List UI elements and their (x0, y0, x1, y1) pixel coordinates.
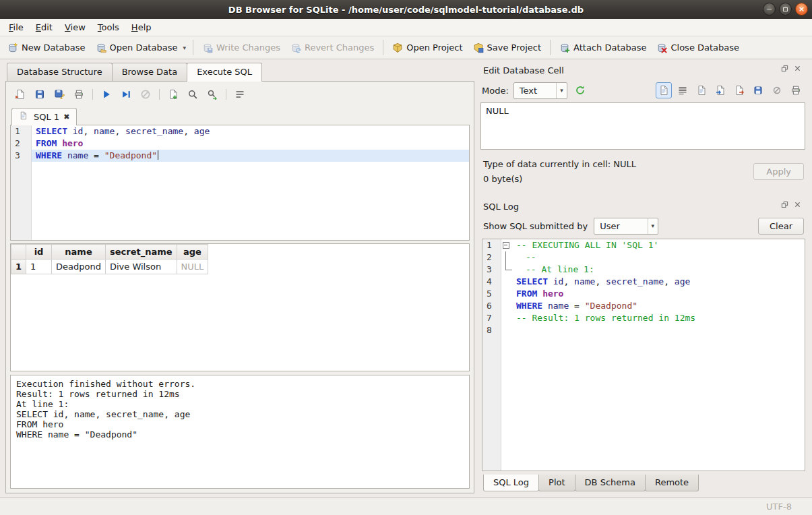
find-button[interactable] (184, 86, 201, 103)
null-icon (772, 85, 782, 96)
bottom-tab-remote[interactable]: Remote (645, 475, 699, 491)
bottom-tab-plot[interactable]: Plot (538, 475, 575, 491)
fold-marker (501, 239, 512, 251)
open-project-button[interactable]: Open Project (388, 40, 466, 55)
line-number: 5 (482, 288, 501, 300)
fold-space (501, 300, 512, 312)
log-filter-label: Show SQL submitted by (483, 221, 588, 231)
code-line: 2FROM hero (11, 138, 469, 150)
column-header-secret-name[interactable]: secret_name (105, 245, 177, 260)
sql-tab-close-icon[interactable]: ✖ (63, 113, 69, 121)
clear-log-button[interactable]: Clear (758, 218, 804, 235)
apply-button[interactable]: Apply (753, 163, 804, 180)
fold-marker (501, 264, 522, 276)
print-cell-button[interactable] (788, 82, 804, 98)
cell-type-info: Type of data currently in cell: NULL (483, 159, 753, 169)
execute-all-button[interactable] (98, 86, 115, 103)
cell[interactable]: NULL (177, 260, 208, 274)
column-header-age[interactable]: age (177, 245, 208, 260)
bottom-tab-sql-log[interactable]: SQL Log (483, 475, 539, 491)
revert-changes-button: Revert Changes (286, 40, 378, 55)
code-line: 3WHERE name = "Deadpond" (11, 150, 469, 162)
code-line: 1SELECT id, name, secret_name, age (11, 125, 469, 138)
code-text: SELECT id, name, secret_name, age (32, 125, 469, 138)
row-number[interactable]: 1 (11, 260, 26, 274)
save-sql-file-button[interactable] (31, 86, 49, 103)
log-filter-select[interactable]: User ▾ (594, 218, 658, 235)
doc-import-icon (715, 85, 726, 96)
sql-log-code[interactable]: 1-- EXECUTING ALL IN 'SQL 1'2--3-- At li… (482, 239, 805, 471)
menu-edit[interactable]: Edit (30, 19, 59, 36)
execute-sql-panel: SQL 1 ✖ 1SELECT id, name, secret_name, a… (5, 81, 474, 493)
line-number: 7 (482, 312, 501, 324)
sql-tab[interactable]: SQL 1 ✖ (11, 108, 77, 125)
close-panel-button[interactable] (794, 202, 804, 211)
close-database-button[interactable]: Close Database (652, 40, 743, 55)
import-data-button[interactable] (712, 82, 728, 98)
maximize-button[interactable] (779, 3, 792, 16)
print-sql-button[interactable] (70, 86, 88, 103)
column-header-id[interactable]: id (26, 245, 52, 260)
undock-button[interactable] (782, 65, 791, 75)
bottom-tab-db-schema[interactable]: DB Schema (575, 475, 646, 491)
line-number: 3 (11, 150, 32, 162)
copy-cell-button[interactable] (693, 82, 710, 98)
auto-mode-button[interactable] (572, 82, 588, 98)
execution-message: Execution finished without errors.Result… (10, 375, 470, 489)
menu-tools[interactable]: Tools (92, 19, 125, 36)
new-database-icon (7, 42, 18, 53)
find-replace-button[interactable] (204, 86, 221, 103)
tab-execute-sql[interactable]: Execute SQL (187, 63, 262, 82)
play-line-icon (121, 89, 131, 100)
mode-select[interactable]: Text ▾ (513, 82, 567, 99)
open-new-tab-button[interactable] (164, 86, 182, 103)
code-text: -- At line 1: (522, 264, 805, 276)
code-text: SELECT id, name, secret_name, age (512, 276, 805, 288)
export-data-button[interactable] (731, 82, 747, 98)
word-wrap-cell-button[interactable] (675, 82, 691, 98)
word-wrap-button[interactable] (231, 86, 249, 103)
open-sql-file-button[interactable] (11, 86, 29, 103)
code-line: 2-- (482, 251, 805, 264)
mode-label: Mode: (482, 86, 509, 96)
code-text: -- (522, 251, 805, 264)
code-line: 4SELECT id, name, secret_name, age (482, 276, 805, 288)
tab-browse-data[interactable]: Browse Data (112, 63, 188, 81)
cell[interactable]: 1 (26, 260, 52, 274)
undock-button[interactable] (782, 202, 791, 211)
cell-size-info: 0 byte(s) (483, 174, 753, 184)
play-icon (101, 89, 112, 100)
column-header-name[interactable]: name (52, 245, 106, 260)
new-database-button[interactable]: New Database (3, 40, 90, 55)
minimize-button[interactable]: − (763, 3, 776, 16)
close-panel-button[interactable] (794, 65, 804, 75)
save-cell-as-button[interactable] (750, 82, 766, 98)
open-database-button[interactable]: Open Database (92, 40, 182, 55)
results-area: idnamesecret_nameage11DeadpondDive Wilso… (10, 243, 470, 371)
cell[interactable]: Dive Wilson (105, 260, 177, 274)
menu-file[interactable]: File (3, 19, 30, 36)
file-save-as-icon (54, 89, 65, 100)
close-window-button[interactable]: × (795, 3, 808, 16)
open-database-dropdown-caret[interactable]: ▾ (181, 42, 188, 54)
stop-execution-button[interactable] (137, 86, 154, 103)
cell-editor[interactable]: NULL (480, 102, 805, 150)
file-save-icon (34, 89, 45, 100)
wrap-icon (235, 89, 245, 100)
attach-database-button[interactable]: Attach Database (555, 40, 650, 55)
save-project-button[interactable]: Save Project (469, 40, 546, 55)
status-bar: UTF-8 (0, 497, 812, 515)
tab-database-structure[interactable]: Database Structure (7, 63, 113, 81)
fold-space (501, 324, 512, 336)
cell[interactable]: Deadpond (52, 260, 106, 274)
set-null-button[interactable] (769, 82, 785, 98)
text-mode-button[interactable] (656, 82, 672, 98)
save-sql-file-as-button[interactable] (51, 86, 68, 103)
menu-view[interactable]: View (59, 19, 92, 36)
sql-editor[interactable]: 1SELECT id, name, secret_name, age2FROM … (10, 125, 470, 241)
title-bar[interactable]: DB Browser for SQLite - /home/user/code/… (0, 0, 812, 19)
float-icon (781, 65, 792, 75)
execute-current-line-button[interactable] (117, 86, 135, 103)
revert-changes-icon (290, 42, 301, 53)
menu-help[interactable]: Help (125, 19, 158, 36)
